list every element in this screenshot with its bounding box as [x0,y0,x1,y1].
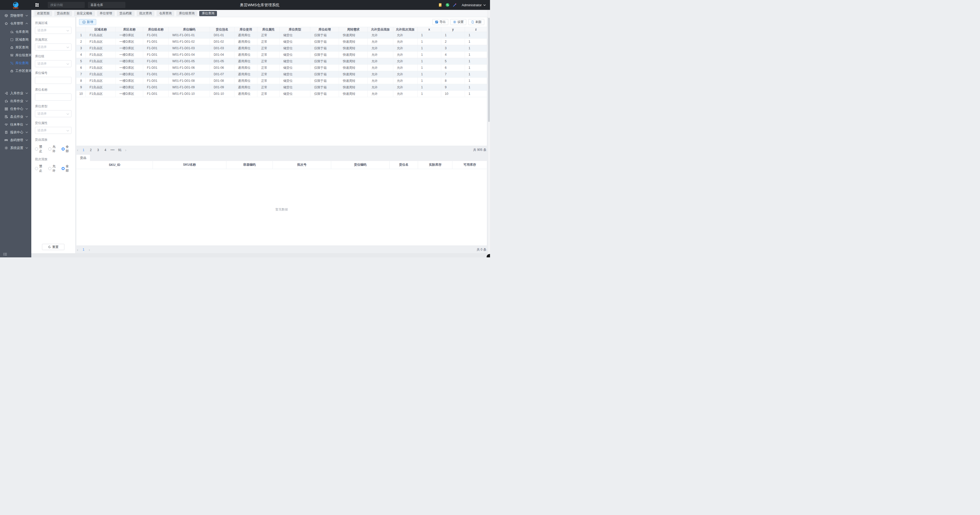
tab-unit-mgmt[interactable]: 单位管理 [97,11,115,16]
sidebar-item-goods-mgmt[interactable]: 货物管理 [0,12,31,19]
sidebar-item-label: 库位组查询 [15,53,31,57]
radio-batch-mix-forbid[interactable]: 禁止 [35,164,45,173]
vertical-scrollbar[interactable] [488,10,490,257]
loc-row-4[interactable]: 4F1良品区一楼D库区F1-D01W01-F1-D01-04D01-04通用库位… [76,52,487,58]
tab-warehouse-query[interactable]: 仓库查询 [156,11,174,16]
loc-cell-loc-handle: 仅限于箱 [310,58,339,65]
chevron-down-icon [25,147,28,149]
export-button[interactable]: 导出 [433,19,448,25]
sidebar-item-stocktake-ops[interactable]: 盘点作业 [0,113,31,120]
filter-select-loc-type[interactable]: 请选择 [35,110,72,117]
radio-goods-mix-forbid[interactable]: 禁止 [35,144,45,154]
reset-button[interactable]: 重置 [42,244,64,250]
filter-input-loc-name[interactable] [35,93,72,101]
tab-custom-spec[interactable]: 自定义规格 [74,11,95,16]
loc-row-3[interactable]: 3F1良品区一楼D库区F1-D01W01-F1-D01-03D01-03通用库位… [76,45,487,52]
tab-goods-archive[interactable]: 货品档案 [117,11,135,16]
notes-icon[interactable] [438,3,442,7]
scrollbar-thumb[interactable] [488,18,490,122]
radio-batch-mix-allow[interactable]: 允许 [48,164,58,173]
sidebar-item-barcode-mgmt[interactable]: 条码管理 [0,136,31,144]
settings-button[interactable]: 设置 [450,19,466,25]
sidebar-item-report-center[interactable]: 报表中心 [0,128,31,136]
loc-cell-loc-code: W01-F1-D01-08 [169,78,210,84]
loc-cell-y: 5 [441,58,465,65]
loc-col-turnover: 周转需求 [339,27,368,32]
phone-support-icon[interactable] [445,3,450,7]
radio-batch-mix-all[interactable]: 全部 [62,164,72,173]
sidebar-item-locgroup-query[interactable]: 库位组查询 [0,51,31,59]
loc-pager-next[interactable]: › [125,148,126,152]
loc-pager-page-3[interactable]: 3 [96,148,100,152]
loc-row-2[interactable]: 2F1良品区一楼D库区F1-D01W01-F1-D01-02D01-02通用库位… [76,38,487,45]
tab-batch-query[interactable]: 批次查询 [137,11,154,16]
collapse-sidebar-icon[interactable] [3,253,7,256]
refresh-button[interactable]: 刷新 [468,19,484,25]
loc-row-7[interactable]: 7F1良品区一楼D库区F1-D01W01-F1-D01-07D01-07通用库位… [76,71,487,78]
chevron-down-icon [483,4,486,6]
filter-input-loc-code[interactable] [35,77,72,84]
sidebar-item-label: 仓库查询 [15,30,29,34]
sidebar-item-label: 库位查询 [15,61,29,65]
loc-cell-locgroup-name: F1-D01 [143,65,169,71]
loc-pager-page-4[interactable]: 4 [103,148,107,152]
filter-select-zone[interactable]: 请选择 [35,43,72,51]
main-content: 新增 导出 设置 [76,17,487,257]
loc-row-1[interactable]: 1F1良品区一楼D库区F1-D01W01-F1-D01-01D01-01通用库位… [76,32,487,38]
function-search-input[interactable] [48,2,85,8]
goods-pager-next[interactable]: › [89,248,90,252]
loc-cell-y: 8 [441,78,465,84]
user-menu[interactable]: Administrator [461,3,486,7]
loc-row-10[interactable]: 10F1良品区一楼D库区F1-D01W01-F1-D01-10D01-10通用库… [76,91,487,97]
sidebar-item-location-query[interactable]: 库位查询 [0,59,31,67]
loc-cell-zone-name: 一楼D库区 [116,45,143,52]
sidebar-item-warehouse-query[interactable]: 仓库查询 [0,28,31,36]
warehouse-select-input[interactable] [88,2,126,8]
loc-row-5[interactable]: 5F1良品区一楼D库区F1-D01W01-F1-D01-05D01-05通用库位… [76,58,487,65]
sidebar-item-zone-query[interactable]: 库区查询 [0,43,31,51]
tab-goods-category[interactable]: 货品类别 [54,11,72,16]
tab-welcome[interactable]: 欢迎页面 [34,11,52,16]
filter-select-slot-attr[interactable]: 请选择 [35,127,72,134]
loc-pager-prev[interactable]: ‹ [77,148,78,152]
loc-col-zone-name: 库区名称 [116,27,143,32]
loc-row-9[interactable]: 9F1良品区一楼D库区F1-D01W01-F1-D01-09D01-09通用库位… [76,84,487,91]
sidebar-item-area-query[interactable]: 区域查询 [0,36,31,43]
region-icon [10,38,14,41]
sidebar-item-system-settings[interactable]: 系统设置 [0,144,31,152]
loc-cell-loc-type: 储货位 [279,58,310,65]
loc-pager-page-2[interactable]: 2 [89,148,93,152]
loc-pager-ellipsis[interactable]: ••• [111,148,115,152]
tab-goods-detail[interactable]: 货品 [76,155,90,161]
tab-locgroup-query[interactable]: 库位组查询 [176,11,197,16]
sidebar-item-task-center[interactable]: 任务中心 [0,105,31,113]
sidebar-item-outbound-ops[interactable]: 出库作业 [0,97,31,105]
sidebar-item-workspace-query[interactable]: 工作区查询 [0,67,31,75]
magic-wand-icon[interactable] [453,3,457,7]
bottom-strip [31,253,490,257]
sidebar-item-inbound-ops[interactable]: 入库作业 [0,89,31,97]
apps-grid-icon[interactable] [35,3,39,7]
box-icon [5,14,8,17]
sidebar-item-warehouse-mgmt[interactable]: 仓库管理 [0,19,31,27]
radio-goods-mix-all[interactable]: 全部 [62,144,72,154]
select-placeholder: 请选择 [37,128,47,133]
filter-label-locgroup: 库位组 [35,54,72,59]
loc-row-8[interactable]: 8F1良品区一楼D库区F1-D01W01-F1-D01-08D01-08通用库位… [76,78,487,84]
filter-select-locgroup[interactable]: 请选择 [35,60,72,67]
sidebar-item-partners[interactable]: 往来单位 [0,120,31,128]
goods-pager-page-1[interactable]: 1 [81,248,86,251]
loc-pager-page-1[interactable]: 1 [81,148,86,152]
filter-fields: 所属区域请选择所属库区请选择库位组请选择库位编号库位名称库位类型请选择货位属性请… [35,21,72,173]
loc-pager-page-91[interactable]: 91 [118,148,122,152]
filter-select-region[interactable]: 请选择 [35,27,72,34]
tab-location-query[interactable]: 库位查询 [199,11,217,16]
add-button[interactable]: 新增 [79,19,96,25]
reports-icon [5,130,8,134]
radio-goods-mix-allow[interactable]: 允许 [48,144,58,154]
sidebar-item-label: 条码管理 [10,138,23,143]
goods-pager-prev[interactable]: ‹ [77,248,78,252]
loc-row-6[interactable]: 6F1良品区一楼D库区F1-D01W01-F1-D01-06D01-06通用库位… [76,65,487,71]
radio-circle [62,147,65,151]
loc-cell-locgroup-name: F1-D01 [143,91,169,97]
